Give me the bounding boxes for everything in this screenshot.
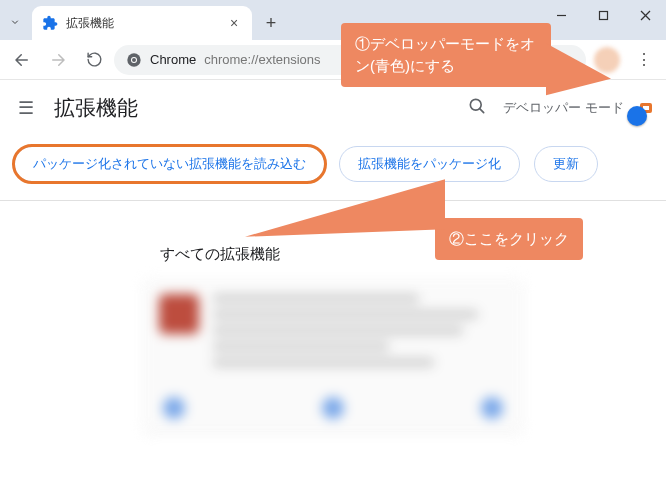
annotation-callout-1: ①デベロッパーモードをオン(青色)にする [341, 23, 551, 87]
search-icon [467, 96, 487, 116]
browser-titlebar: 拡張機能 × + [0, 0, 666, 40]
pack-extension-button[interactable]: 拡張機能をパッケージ化 [339, 146, 520, 182]
reload-icon [86, 51, 103, 68]
close-window-button[interactable] [624, 0, 666, 30]
svg-point-6 [132, 58, 136, 62]
tab-title: 拡張機能 [66, 15, 218, 32]
chevron-down-icon [9, 16, 21, 28]
browser-tab[interactable]: 拡張機能 × [32, 6, 252, 40]
chrome-product-icon [126, 52, 142, 68]
arrow-right-icon [49, 51, 67, 69]
omnibox-path: chrome://extensions [204, 52, 320, 67]
main-menu-icon[interactable]: ☰ [14, 97, 38, 119]
extension-card-blurred [143, 278, 523, 433]
search-button[interactable] [467, 96, 487, 120]
update-button[interactable]: 更新 [534, 146, 598, 182]
load-unpacked-button[interactable]: パッケージ化されていない拡張機能を読み込む [14, 146, 325, 182]
extension-puzzle-icon [42, 15, 58, 31]
arrow-left-icon [13, 51, 31, 69]
reload-button[interactable] [78, 44, 110, 76]
section-all-extensions: すべての拡張機能 [160, 245, 666, 264]
close-tab-icon[interactable]: × [226, 15, 242, 31]
tab-search-chevron[interactable] [0, 4, 30, 40]
omnibox-host: Chrome [150, 52, 196, 67]
forward-button[interactable] [42, 44, 74, 76]
browser-menu-button[interactable]: ⋮ [628, 44, 660, 76]
annotation-highlight-toggle [640, 103, 652, 113]
page-title: 拡張機能 [54, 94, 451, 122]
annotation-callout-2: ②ここをクリック [435, 218, 583, 260]
svg-line-8 [480, 109, 484, 113]
svg-rect-1 [599, 11, 607, 19]
maximize-button[interactable] [582, 0, 624, 30]
new-tab-button[interactable]: + [256, 8, 286, 38]
window-controls [540, 0, 666, 30]
back-button[interactable] [6, 44, 38, 76]
